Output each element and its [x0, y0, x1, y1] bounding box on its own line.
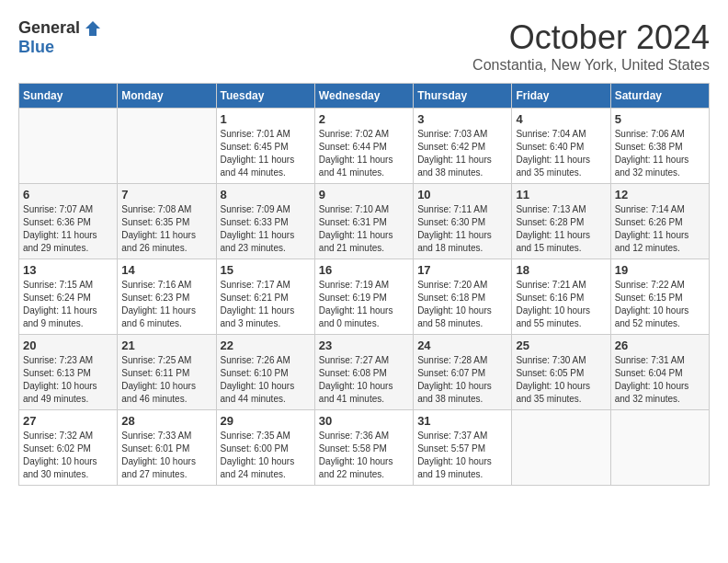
calendar-cell — [610, 410, 709, 486]
day-number: 26 — [615, 339, 705, 352]
day-detail: Sunrise: 7:17 AM Sunset: 6:21 PM Dayligh… — [221, 279, 311, 330]
day-number: 19 — [615, 263, 705, 277]
calendar-cell: 3Sunrise: 7:03 AM Sunset: 6:42 PM Daylig… — [414, 109, 512, 184]
page-header: General Blue October 2024 Constantia, Ne… — [18, 18, 710, 74]
day-detail: Sunrise: 7:09 AM Sunset: 6:33 PM Dayligh… — [221, 203, 311, 255]
day-number: 6 — [23, 188, 113, 201]
day-number: 5 — [615, 112, 705, 126]
calendar-cell — [512, 410, 610, 486]
day-number: 14 — [121, 263, 211, 277]
calendar-week-3: 13Sunrise: 7:15 AM Sunset: 6:24 PM Dayli… — [19, 259, 710, 335]
calendar-cell: 28Sunrise: 7:33 AM Sunset: 6:01 PM Dayli… — [118, 410, 216, 486]
logo-blue: Blue — [18, 38, 54, 56]
day-detail: Sunrise: 7:35 AM Sunset: 6:00 PM Dayligh… — [221, 430, 311, 481]
day-number: 21 — [121, 339, 211, 352]
calendar-week-4: 20Sunrise: 7:23 AM Sunset: 6:13 PM Dayli… — [19, 335, 710, 410]
calendar-cell: 18Sunrise: 7:21 AM Sunset: 6:16 PM Dayli… — [512, 259, 610, 335]
calendar-cell — [118, 109, 216, 184]
day-detail: Sunrise: 7:31 AM Sunset: 6:04 PM Dayligh… — [615, 354, 705, 406]
day-detail: Sunrise: 7:07 AM Sunset: 6:36 PM Dayligh… — [23, 203, 113, 255]
day-number: 28 — [121, 414, 211, 428]
day-detail: Sunrise: 7:04 AM Sunset: 6:40 PM Dayligh… — [516, 128, 606, 179]
day-number: 23 — [319, 339, 409, 352]
calendar-cell: 16Sunrise: 7:19 AM Sunset: 6:19 PM Dayli… — [314, 259, 413, 335]
day-detail: Sunrise: 7:13 AM Sunset: 6:28 PM Dayligh… — [516, 203, 606, 255]
calendar-cell: 17Sunrise: 7:20 AM Sunset: 6:18 PM Dayli… — [414, 259, 512, 335]
day-number: 13 — [23, 263, 113, 277]
title-area: October 2024 Constantia, New York, Unite… — [472, 18, 710, 74]
calendar-cell: 12Sunrise: 7:14 AM Sunset: 6:26 PM Dayli… — [610, 184, 709, 259]
weekday-header-wednesday: Wednesday — [314, 84, 413, 109]
day-detail: Sunrise: 7:26 AM Sunset: 6:10 PM Dayligh… — [221, 354, 311, 406]
calendar-cell: 31Sunrise: 7:37 AM Sunset: 5:57 PM Dayli… — [414, 410, 512, 486]
calendar-cell: 29Sunrise: 7:35 AM Sunset: 6:00 PM Dayli… — [216, 410, 314, 486]
calendar-cell: 20Sunrise: 7:23 AM Sunset: 6:13 PM Dayli… — [19, 335, 118, 410]
logo-icon — [84, 19, 102, 38]
day-number: 7 — [121, 188, 211, 201]
day-detail: Sunrise: 7:01 AM Sunset: 6:45 PM Dayligh… — [221, 128, 311, 179]
calendar-cell: 13Sunrise: 7:15 AM Sunset: 6:24 PM Dayli… — [19, 259, 118, 335]
calendar-cell: 30Sunrise: 7:36 AM Sunset: 5:58 PM Dayli… — [314, 410, 413, 486]
day-detail: Sunrise: 7:11 AM Sunset: 6:30 PM Dayligh… — [417, 203, 507, 255]
day-number: 18 — [516, 263, 606, 277]
day-detail: Sunrise: 7:22 AM Sunset: 6:15 PM Dayligh… — [615, 279, 705, 330]
day-number: 20 — [23, 339, 113, 352]
weekday-header-row: SundayMondayTuesdayWednesdayThursdayFrid… — [19, 84, 710, 109]
day-number: 29 — [221, 414, 311, 428]
day-number: 15 — [221, 263, 311, 277]
day-number: 27 — [23, 414, 113, 428]
day-number: 11 — [516, 188, 606, 201]
day-detail: Sunrise: 7:08 AM Sunset: 6:35 PM Dayligh… — [121, 203, 211, 255]
calendar-week-1: 1Sunrise: 7:01 AM Sunset: 6:45 PM Daylig… — [19, 109, 710, 184]
day-detail: Sunrise: 7:02 AM Sunset: 6:44 PM Dayligh… — [319, 128, 409, 179]
day-number: 12 — [615, 188, 705, 201]
calendar-cell: 26Sunrise: 7:31 AM Sunset: 6:04 PM Dayli… — [610, 335, 709, 410]
weekday-header-monday: Monday — [118, 84, 216, 109]
day-detail: Sunrise: 7:23 AM Sunset: 6:13 PM Dayligh… — [23, 354, 113, 406]
day-detail: Sunrise: 7:33 AM Sunset: 6:01 PM Dayligh… — [121, 430, 211, 481]
day-number: 24 — [417, 339, 507, 352]
weekday-header-friday: Friday — [512, 84, 610, 109]
calendar-cell: 2Sunrise: 7:02 AM Sunset: 6:44 PM Daylig… — [314, 109, 413, 184]
weekday-header-saturday: Saturday — [610, 84, 709, 109]
day-number: 25 — [516, 339, 606, 352]
calendar-cell: 19Sunrise: 7:22 AM Sunset: 6:15 PM Dayli… — [610, 259, 709, 335]
day-number: 10 — [417, 188, 507, 201]
location-title: Constantia, New York, United States — [472, 57, 710, 74]
calendar-cell: 22Sunrise: 7:26 AM Sunset: 6:10 PM Dayli… — [216, 335, 314, 410]
calendar-cell: 23Sunrise: 7:27 AM Sunset: 6:08 PM Dayli… — [314, 335, 413, 410]
calendar-cell: 27Sunrise: 7:32 AM Sunset: 6:02 PM Dayli… — [19, 410, 118, 486]
calendar-cell: 4Sunrise: 7:04 AM Sunset: 6:40 PM Daylig… — [512, 109, 610, 184]
day-number: 4 — [516, 112, 606, 126]
day-number: 16 — [319, 263, 409, 277]
day-number: 8 — [221, 188, 311, 201]
day-detail: Sunrise: 7:06 AM Sunset: 6:38 PM Dayligh… — [615, 128, 705, 179]
weekday-header-thursday: Thursday — [414, 84, 512, 109]
calendar-cell: 14Sunrise: 7:16 AM Sunset: 6:23 PM Dayli… — [118, 259, 216, 335]
day-detail: Sunrise: 7:21 AM Sunset: 6:16 PM Dayligh… — [516, 279, 606, 330]
day-detail: Sunrise: 7:16 AM Sunset: 6:23 PM Dayligh… — [121, 279, 211, 330]
calendar-cell: 1Sunrise: 7:01 AM Sunset: 6:45 PM Daylig… — [216, 109, 314, 184]
calendar-cell — [19, 109, 118, 184]
calendar-table: SundayMondayTuesdayWednesdayThursdayFrid… — [18, 83, 710, 486]
logo-general: General — [18, 18, 80, 38]
svg-marker-0 — [85, 21, 100, 36]
day-detail: Sunrise: 7:32 AM Sunset: 6:02 PM Dayligh… — [23, 430, 113, 481]
calendar-cell: 11Sunrise: 7:13 AM Sunset: 6:28 PM Dayli… — [512, 184, 610, 259]
day-number: 2 — [319, 112, 409, 126]
calendar-cell: 9Sunrise: 7:10 AM Sunset: 6:31 PM Daylig… — [314, 184, 413, 259]
day-number: 1 — [221, 112, 311, 126]
logo: General Blue — [18, 18, 102, 57]
calendar-cell: 21Sunrise: 7:25 AM Sunset: 6:11 PM Dayli… — [118, 335, 216, 410]
day-number: 3 — [417, 112, 507, 126]
day-number: 9 — [319, 188, 409, 201]
day-number: 17 — [417, 263, 507, 277]
calendar-cell: 6Sunrise: 7:07 AM Sunset: 6:36 PM Daylig… — [19, 184, 118, 259]
weekday-header-tuesday: Tuesday — [216, 84, 314, 109]
month-title: October 2024 — [472, 18, 710, 57]
day-detail: Sunrise: 7:30 AM Sunset: 6:05 PM Dayligh… — [516, 354, 606, 406]
calendar-cell: 5Sunrise: 7:06 AM Sunset: 6:38 PM Daylig… — [610, 109, 709, 184]
day-number: 22 — [221, 339, 311, 352]
calendar-cell: 8Sunrise: 7:09 AM Sunset: 6:33 PM Daylig… — [216, 184, 314, 259]
day-detail: Sunrise: 7:03 AM Sunset: 6:42 PM Dayligh… — [417, 128, 507, 179]
